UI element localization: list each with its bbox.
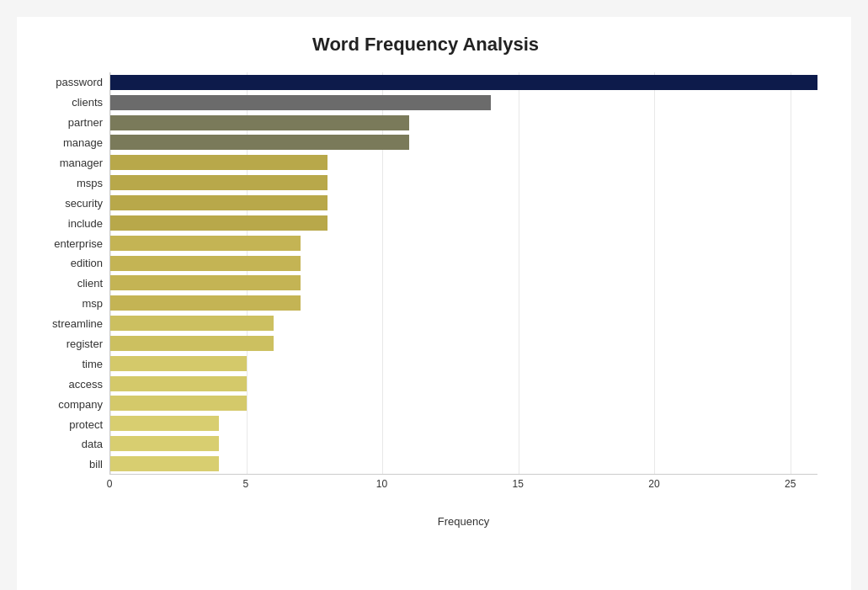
bar-row bbox=[110, 354, 817, 373]
bar-company bbox=[110, 396, 247, 411]
y-label: time bbox=[82, 359, 103, 369]
bar-row bbox=[110, 375, 817, 393]
y-label: password bbox=[56, 77, 103, 88]
plot-area: passwordclientspartnermanagemanagermspss… bbox=[34, 72, 817, 475]
x-axis-label: Frequency bbox=[109, 515, 817, 528]
bar-msps bbox=[110, 175, 327, 190]
y-label: register bbox=[67, 338, 103, 349]
bar-enterprise bbox=[110, 236, 301, 251]
x-tick: 25 bbox=[785, 478, 796, 490]
bar-security bbox=[110, 195, 327, 210]
y-label: protect bbox=[69, 419, 103, 430]
y-label: clients bbox=[72, 97, 103, 108]
y-label: client bbox=[77, 278, 103, 289]
y-label: enterprise bbox=[54, 238, 103, 249]
bar-partner bbox=[110, 115, 409, 130]
bar-include bbox=[110, 215, 327, 231]
x-tick: 5 bbox=[242, 478, 248, 490]
bar-password bbox=[110, 75, 817, 90]
y-label: manager bbox=[60, 157, 103, 168]
bar-row bbox=[110, 194, 817, 212]
bar-clients bbox=[110, 95, 491, 110]
y-label: access bbox=[69, 379, 103, 390]
bar-row bbox=[110, 394, 817, 412]
chart-title: Word Frequency Analysis bbox=[34, 34, 817, 56]
bar-row bbox=[110, 73, 817, 92]
bar-row bbox=[110, 234, 817, 252]
bar-row bbox=[110, 314, 817, 332]
y-label: streamline bbox=[52, 318, 103, 329]
bar-protect bbox=[110, 416, 219, 431]
y-label: manage bbox=[63, 137, 103, 148]
bar-row bbox=[110, 454, 817, 473]
x-tick: 15 bbox=[513, 478, 524, 490]
bar-edition bbox=[110, 256, 301, 271]
bar-row bbox=[110, 153, 817, 172]
x-tick: 10 bbox=[376, 478, 387, 490]
y-label: msp bbox=[82, 298, 103, 309]
y-axis: passwordclientspartnermanagemanagermspss… bbox=[34, 72, 109, 475]
x-axis: 0510152025 bbox=[109, 478, 817, 495]
bar-row bbox=[110, 414, 817, 433]
x-tick: 0 bbox=[107, 478, 113, 490]
bar-msp bbox=[110, 295, 301, 311]
y-label: security bbox=[65, 198, 103, 209]
bar-row bbox=[110, 434, 817, 453]
bar-register bbox=[110, 336, 274, 351]
bar-row bbox=[110, 93, 817, 112]
bar-row bbox=[110, 334, 817, 353]
y-label: msps bbox=[77, 178, 103, 189]
bar-row bbox=[110, 173, 817, 192]
y-label: edition bbox=[71, 258, 103, 268]
bar-manage bbox=[110, 135, 409, 150]
bar-streamline bbox=[110, 316, 274, 331]
chart-container: Word Frequency Analysis passwordclientsp… bbox=[17, 17, 851, 590]
y-label: bill bbox=[89, 459, 103, 470]
bar-row bbox=[110, 254, 817, 273]
bar-access bbox=[110, 376, 247, 391]
bar-time bbox=[110, 356, 247, 371]
x-tick: 20 bbox=[648, 478, 659, 490]
bar-data bbox=[110, 436, 219, 451]
y-label: data bbox=[82, 439, 103, 449]
y-label: company bbox=[58, 399, 103, 410]
bar-row bbox=[110, 274, 817, 292]
y-label: include bbox=[68, 218, 103, 229]
bar-client bbox=[110, 275, 301, 290]
bar-row bbox=[110, 294, 817, 312]
bars-area bbox=[109, 72, 817, 475]
bar-row bbox=[110, 214, 817, 232]
bar-row bbox=[110, 133, 817, 151]
chart-area: passwordclientspartnermanagemanagermspss… bbox=[34, 72, 817, 528]
bar-row bbox=[110, 114, 817, 132]
y-label: partner bbox=[68, 117, 103, 128]
bar-manager bbox=[110, 155, 327, 170]
bar-bill bbox=[110, 456, 219, 471]
